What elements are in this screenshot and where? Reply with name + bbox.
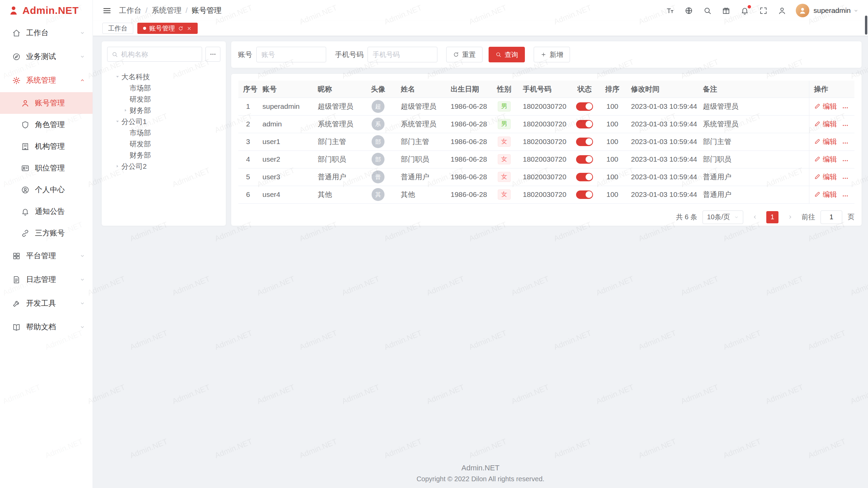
edit-button[interactable]: 编辑	[814, 172, 837, 182]
edit-button[interactable]: 编辑	[814, 190, 837, 199]
next-page-button[interactable]	[784, 211, 796, 223]
profile-icon	[21, 186, 29, 194]
search-icon[interactable]	[703, 6, 712, 15]
tree-node[interactable]: 财务部	[107, 105, 220, 116]
tree-caret[interactable]	[113, 75, 121, 79]
username[interactable]: superadmin	[813, 6, 851, 15]
breadcrumb-item[interactable]: 工作台	[119, 5, 141, 16]
account-filter-input[interactable]	[256, 47, 326, 62]
sidebar-item-system-manage[interactable]: 系统管理	[0, 68, 93, 92]
edit-button[interactable]: 编辑	[814, 137, 837, 146]
tree-caret[interactable]	[113, 119, 121, 124]
edit-button[interactable]: 编辑	[814, 102, 837, 111]
chevron-right-icon	[787, 214, 793, 220]
edit-button[interactable]: 编辑	[814, 155, 837, 164]
table-row: 5user3普通用户普普通用户1986-06-28女18020030720100…	[238, 168, 854, 186]
status-toggle[interactable]	[576, 155, 593, 164]
tree-node[interactable]: 市场部	[107, 82, 220, 94]
status-toggle[interactable]	[576, 173, 593, 181]
row-more-button[interactable]	[842, 140, 849, 146]
scrollbar-thumb[interactable]	[865, 16, 867, 35]
caret-down-icon	[115, 75, 120, 79]
sidebar-item-log-manage[interactable]: 日志管理	[0, 268, 93, 291]
search-icon	[495, 52, 501, 58]
cell-order: 100	[598, 133, 626, 150]
status-toggle[interactable]	[576, 138, 593, 146]
row-more-button[interactable]	[842, 122, 849, 129]
tab-workbench[interactable]: 工作台	[102, 23, 133, 34]
user-menu-chevron-icon[interactable]	[853, 8, 859, 13]
fullscreen-icon[interactable]	[759, 6, 768, 15]
tree-node[interactable]: 研发部	[107, 138, 220, 149]
tree-node[interactable]: 分公司1	[107, 116, 220, 127]
wrench-icon	[12, 299, 21, 308]
org-search-field[interactable]	[107, 47, 202, 62]
status-toggle[interactable]	[576, 120, 593, 128]
tree-caret[interactable]	[113, 164, 121, 168]
page-size-select[interactable]: 10条/页	[703, 210, 743, 224]
row-more-button[interactable]	[842, 175, 849, 182]
sidebar-item-account-manage[interactable]: 账号管理	[0, 92, 93, 114]
tab-bar: 工作台账号管理	[93, 21, 868, 36]
book-icon	[12, 323, 21, 331]
cell-phone: 18020030720	[518, 98, 571, 115]
org-search-input[interactable]	[121, 50, 198, 58]
sidebar-item-dev-tools[interactable]: 开发工具	[0, 291, 93, 315]
tree-caret[interactable]	[121, 108, 130, 113]
sidebar-item-platform-manage[interactable]: 平台管理	[0, 244, 93, 268]
watermark-text: Admin.NET	[213, 437, 254, 460]
status-toggle[interactable]	[576, 190, 593, 199]
row-more-button[interactable]	[842, 157, 849, 164]
notification-icon[interactable]	[741, 6, 749, 15]
cell-name: 部门职员	[396, 150, 446, 168]
sidebar-item-third-party-account[interactable]: 三方账号	[0, 222, 93, 244]
sidebar-item-help-docs[interactable]: 帮助文档	[0, 315, 93, 339]
breadcrumb-item[interactable]: 系统管理	[152, 5, 181, 16]
phone-filter-input[interactable]	[368, 47, 437, 62]
sidebar-item-notice[interactable]: 通知公告	[0, 201, 93, 222]
tree-node[interactable]: 市场部	[107, 127, 220, 138]
sidebar-item-position-manage[interactable]: 职位管理	[0, 157, 93, 179]
account-filter-label: 账号	[238, 50, 252, 59]
sidebar-item-personal-center[interactable]: 个人中心	[0, 179, 93, 201]
reset-button[interactable]: 重置	[446, 47, 482, 62]
add-button[interactable]: 新增	[534, 47, 570, 62]
font-size-icon[interactable]	[666, 6, 674, 15]
logo[interactable]: Admin.NET	[0, 0, 93, 21]
cell-phone: 18020030720	[518, 186, 571, 203]
tab-account-manage[interactable]: 账号管理	[137, 23, 198, 34]
tree-node[interactable]: 研发部	[107, 94, 220, 105]
caret-down-icon	[115, 119, 120, 124]
menu-collapse-button[interactable]	[102, 6, 112, 15]
theme-icon[interactable]	[722, 6, 730, 15]
edit-icon	[814, 121, 821, 127]
gender-badge: 女	[498, 189, 511, 200]
breadcrumb-item[interactable]: 账号管理	[192, 5, 221, 16]
sidebar-item-role-manage[interactable]: 角色管理	[0, 114, 93, 136]
page-1-button[interactable]: 1	[766, 211, 778, 223]
sidebar-item-org-manage[interactable]: 机构管理	[0, 136, 93, 157]
user-avatar[interactable]	[796, 4, 809, 17]
language-icon[interactable]	[685, 6, 693, 15]
search-button[interactable]: 查询	[489, 47, 525, 62]
sidebar-item-business-test[interactable]: 业务测试	[0, 45, 93, 68]
goto-page-input[interactable]	[821, 210, 842, 224]
tree-node[interactable]: 财务部	[107, 149, 220, 161]
row-more-button[interactable]	[842, 104, 849, 111]
org-more-button[interactable]	[205, 47, 220, 62]
watermark-text: Admin.NET	[256, 274, 296, 298]
row-more-button[interactable]	[842, 192, 849, 199]
edit-button[interactable]: 编辑	[814, 119, 837, 129]
tree-node[interactable]: 分公司2	[107, 161, 220, 172]
tree-node[interactable]: 大名科技	[107, 71, 220, 82]
cell-modified-time: 2023-01-03 10:59:44	[626, 133, 698, 150]
cell-modified-time: 2023-01-03 10:59:44	[626, 98, 698, 115]
watermark-text: Admin.NET	[171, 383, 211, 406]
sidebar-item-label: 机构管理	[35, 141, 65, 151]
prev-page-button[interactable]	[749, 211, 761, 223]
tree-node-label: 研发部	[130, 139, 151, 149]
status-toggle[interactable]	[576, 102, 593, 111]
pagination: 共 6 条 10条/页 1 前往 页	[238, 210, 854, 224]
user-icon[interactable]	[778, 6, 786, 15]
sidebar-item-workbench[interactable]: 工作台	[0, 21, 93, 45]
